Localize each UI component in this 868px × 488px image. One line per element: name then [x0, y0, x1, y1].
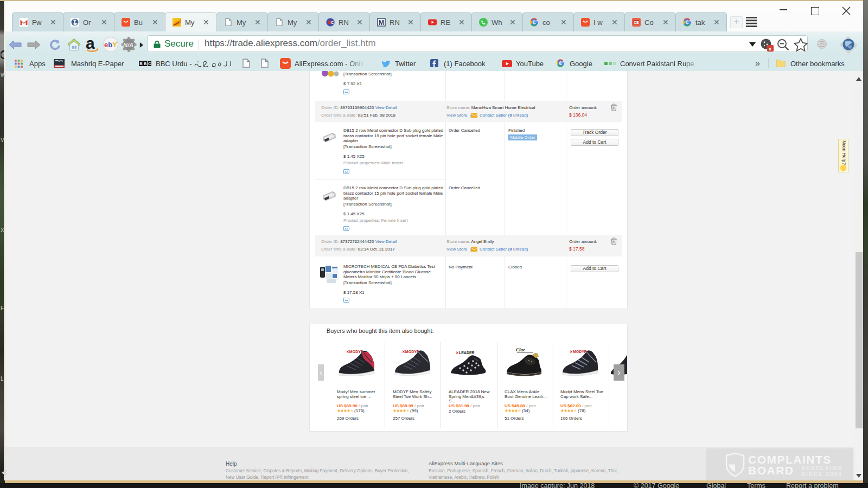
svg-text:CB: CB	[634, 21, 639, 24]
svg-text:x: x	[769, 46, 771, 52]
svg-text:Clae: Clae	[516, 347, 525, 352]
svg-text:✕MODYF: ✕MODYF	[402, 350, 419, 354]
svg-text:C: C	[331, 20, 334, 25]
svg-text:ebY: ebY	[104, 41, 117, 49]
svg-text:N/A: N/A	[123, 42, 133, 48]
svg-text:✕MODYF: ✕MODYF	[570, 350, 587, 354]
svg-text:✕LEADER: ✕LEADER	[456, 351, 475, 355]
svg-text:B: B	[144, 62, 146, 66]
svg-text:M: M	[379, 19, 384, 27]
svg-text:B: B	[139, 62, 142, 66]
svg-text:C: C	[148, 62, 151, 66]
svg-text:✕MODYF: ✕MODYF	[346, 350, 363, 354]
